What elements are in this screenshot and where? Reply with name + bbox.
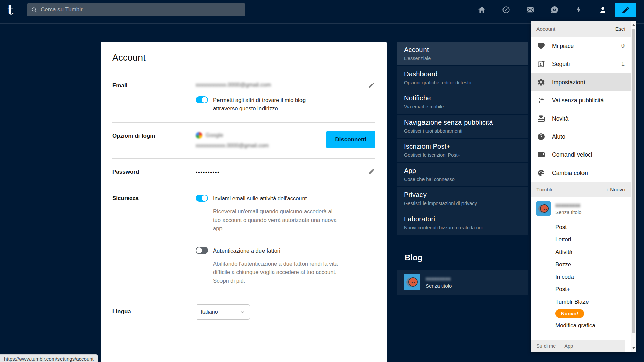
dropdown-footer: Su di me App xyxy=(531,340,625,352)
top-navbar: t xyxy=(0,0,644,24)
email-toggle-label: Permetti agli altri di trovare il mio bl… xyxy=(213,96,331,113)
menu-item-label: Seguiti xyxy=(552,61,570,68)
menu-item-label: Cambia colori xyxy=(552,170,588,177)
menu-item-label: Novità xyxy=(552,115,569,122)
activity-lightning-icon[interactable] xyxy=(574,6,583,14)
scrollbar-down-arrow[interactable] xyxy=(632,347,635,349)
menu-item-impostazioni[interactable]: Impostazioni xyxy=(531,73,631,91)
sidebar-item-navigazione-senza-pubblicita[interactable]: Navigazione senza pubblicità Gestisci i … xyxy=(397,115,528,138)
sidebar-item-app[interactable]: App Cose che hai connesso xyxy=(397,163,528,186)
disconnect-button[interactable]: Disconnetti xyxy=(326,131,375,148)
help-icon xyxy=(537,133,545,141)
blog-link-post[interactable]: Post xyxy=(555,221,631,233)
blog-link-attivita[interactable]: Attività xyxy=(555,246,631,258)
menu-item-cambia-colori[interactable]: Cambia colori xyxy=(531,164,631,182)
edit-password-pencil-icon[interactable] xyxy=(368,168,375,175)
blog-link-tumblr-blaze[interactable]: Tumblr Blaze xyxy=(555,296,631,308)
menu-item-seguiti[interactable]: Seguiti 1 xyxy=(531,55,631,73)
email-label: Email xyxy=(112,82,196,113)
sidebar-item-notifiche[interactable]: Notifiche Via email e mobile xyxy=(397,90,528,114)
search-input[interactable] xyxy=(41,6,241,13)
scrollbar-up-arrow[interactable] xyxy=(632,24,635,26)
sidebar-item-account[interactable]: Account L'essenziale xyxy=(397,42,528,65)
email-value-redacted: xxxxxxxxxxx.0000@gmail.com xyxy=(196,82,271,88)
footer-link-su-di-me[interactable]: Su di me xyxy=(536,343,556,349)
language-section: Lingua Italiano xyxy=(112,295,375,329)
blog-link-lettori[interactable]: Lettori xyxy=(555,233,631,246)
home-icon[interactable] xyxy=(478,6,486,14)
new-blog-button[interactable]: + Nuovo xyxy=(606,187,625,193)
page-title: Account xyxy=(112,53,375,63)
scrollbar-thumb[interactable] xyxy=(632,29,635,333)
sidebar-item-iscrizioni-post-plus[interactable]: Iscrizioni Post+ Gestisci le iscrizioni … xyxy=(397,139,528,162)
explore-compass-icon[interactable] xyxy=(502,6,510,14)
sidebar-item-subtitle: Via email e mobile xyxy=(404,104,520,109)
sparkles-icon xyxy=(537,96,545,104)
blog-link-modifica-grafica[interactable]: Modifica grafica xyxy=(555,319,631,332)
menu-item-count: 1 xyxy=(621,61,625,67)
blog-link-bozze[interactable]: Bozze xyxy=(555,258,631,271)
heart-icon xyxy=(537,42,545,50)
account-person-icon[interactable] xyxy=(599,6,607,14)
dropdown-header: Account Esci xyxy=(531,21,631,37)
search-icon xyxy=(31,7,37,13)
sidebar-item-dashboard[interactable]: Dashboard Opzioni grafiche, editor di te… xyxy=(397,66,528,90)
google-icon xyxy=(196,132,202,139)
menu-item-comandi-veloci[interactable]: Comandi veloci xyxy=(531,146,631,164)
email-discoverability-toggle[interactable] xyxy=(196,96,208,103)
blog-link-post-plus[interactable]: Post+ xyxy=(555,283,631,296)
blog-avatar xyxy=(536,201,551,216)
menu-item-vai-senza-pubblicita[interactable]: Vai senza pubblicità xyxy=(531,91,631,109)
login-options-label: Opzioni di login xyxy=(112,132,196,149)
learn-more-link[interactable]: Scopri di più xyxy=(213,278,244,284)
edit-email-pencil-icon[interactable] xyxy=(368,82,375,89)
menu-item-label: Mi piace xyxy=(552,43,574,50)
account-dropdown-menu: Account Esci Mi piace 0 Seguiti 1 Impost… xyxy=(531,21,636,352)
menu-item-novita[interactable]: Novità xyxy=(531,109,631,128)
sidebar-blog-row[interactable]: xxxxxxxxx Senza titolo xyxy=(397,270,528,295)
menu-item-mi-piace[interactable]: Mi piace 0 xyxy=(531,37,631,55)
dropdown-scrollbar[interactable] xyxy=(631,21,636,352)
menu-item-aiuto[interactable]: Aiuto xyxy=(531,128,631,146)
menu-item-label: Vai senza pubblicità xyxy=(552,97,604,104)
sidebar-item-title: Account xyxy=(404,46,520,54)
sidebar-item-subtitle: Cose che hai connesso xyxy=(404,177,520,182)
security-section: Sicurezza Inviami email sulle attività d… xyxy=(112,185,375,295)
blog-links: Post Lettori Attività Bozze In coda Post… xyxy=(531,221,631,332)
language-select[interactable]: Italiano xyxy=(196,304,250,320)
password-label: Password xyxy=(112,168,196,175)
keyboard-icon xyxy=(537,151,545,159)
dropdown-title: Account xyxy=(536,26,555,32)
sidebar-item-privacy[interactable]: Privacy Gestisci le impostazioni di priv… xyxy=(397,187,528,211)
blog-link-in-coda[interactable]: In coda xyxy=(555,271,631,283)
search-bar[interactable] xyxy=(27,3,245,16)
two-factor-description-text: Abilitando l'autenticazione a due fattor… xyxy=(213,261,338,275)
new-badge: Nuovo! xyxy=(555,309,584,318)
sidebar-item-title: Laboratori xyxy=(404,215,520,223)
menu-item-label: Comandi veloci xyxy=(552,151,592,159)
security-label: Sicurezza xyxy=(112,194,196,285)
messages-envelope-icon[interactable] xyxy=(526,6,534,14)
sidebar-item-title: App xyxy=(404,167,520,175)
compose-button[interactable] xyxy=(615,3,636,17)
palette-icon xyxy=(537,169,545,177)
blog-subtitle: Senza titolo xyxy=(426,283,452,289)
two-factor-toggle[interactable] xyxy=(196,247,208,254)
account-settings-card: Account Email xxxxxxxxxxx.0000@gmail.com… xyxy=(101,42,387,362)
dropdown-blog-row[interactable]: xxxxxxxxx Senza titolo xyxy=(531,197,631,219)
chat-ghost-icon[interactable] xyxy=(550,6,559,14)
gift-icon xyxy=(537,115,545,123)
tumblr-logo[interactable]: t xyxy=(7,1,13,19)
menu-item-count: 0 xyxy=(621,43,625,49)
logout-button[interactable]: Esci xyxy=(615,26,625,32)
menu-item-label: Impostazioni xyxy=(552,79,585,86)
navbar-icons xyxy=(478,0,607,19)
follow-icon xyxy=(537,60,545,68)
sidebar-item-laboratori[interactable]: Laboratori Nuovi contenuti bizzarri crea… xyxy=(397,211,528,235)
two-factor-description: Abilitando l'autenticazione a due fattor… xyxy=(213,260,338,285)
footer-link-app[interactable]: App xyxy=(564,343,573,349)
sidebar-item-title: Notifiche xyxy=(404,94,520,102)
blog-subtitle: Senza titolo xyxy=(555,209,581,215)
account-activity-email-toggle[interactable] xyxy=(196,195,208,202)
browser-status-url: https://www.tumblr.com/settings/account xyxy=(0,354,98,362)
